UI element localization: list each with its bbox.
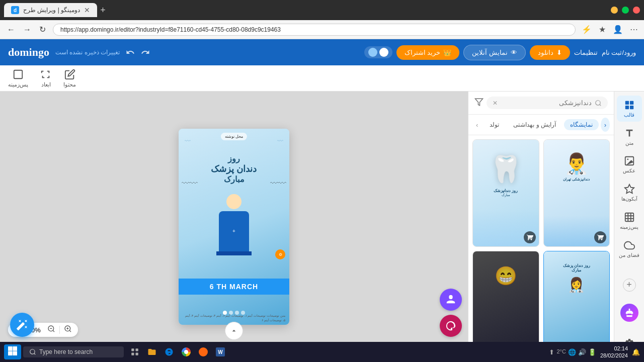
download-button[interactable]: دانلود ⬇ bbox=[530, 45, 570, 60]
refresh-button[interactable]: ↻ bbox=[36, 23, 49, 36]
forward-button[interactable]: → bbox=[20, 23, 34, 36]
dimensions-tool[interactable]: ابعاد bbox=[40, 69, 51, 88]
redo-icon[interactable] bbox=[141, 48, 150, 57]
svg-rect-14 bbox=[131, 348, 134, 351]
settings-icon[interactable]: ⋯ bbox=[628, 23, 640, 36]
filter-icon bbox=[474, 98, 484, 107]
location-badge: محل نوشته bbox=[221, 133, 247, 140]
taskview-button[interactable] bbox=[128, 345, 142, 359]
side-icon-add[interactable]: + bbox=[617, 272, 642, 298]
template-card-1[interactable]: 🦷 روز دندانپزشک مبارک bbox=[472, 139, 539, 247]
preview-button[interactable]: نمایش آنلاین 👁 bbox=[463, 45, 526, 60]
taskbar-search-box[interactable]: Type here to search bbox=[23, 346, 124, 357]
browser-tab[interactable]: d دومینگو | ویرایش طرح ✕ bbox=[4, 3, 97, 17]
content-tool[interactable]: محتوا bbox=[63, 69, 76, 88]
undo-icon[interactable] bbox=[126, 48, 135, 57]
window-controls bbox=[611, 7, 640, 14]
url-text: https://app.domingo.ir/editor?industryId… bbox=[60, 26, 281, 33]
new-tab-button[interactable]: + bbox=[100, 5, 106, 16]
chrome-icon bbox=[182, 347, 191, 356]
favorites-icon[interactable]: ★ bbox=[597, 23, 608, 36]
taskbar-search-icon bbox=[29, 348, 36, 355]
settings-link[interactable]: تنظیمات bbox=[574, 49, 598, 56]
right-panel: ✕ ‹ نمایشگاه آرایش و بهداشتی تولد › 🦷 رو… bbox=[468, 92, 614, 362]
minimize-button[interactable] bbox=[611, 7, 618, 14]
card-title-line1: روز bbox=[179, 154, 289, 163]
tab-icon: d bbox=[11, 6, 19, 14]
search-clear-icon[interactable]: ✕ bbox=[493, 100, 498, 107]
notifications-icon[interactable]: 🔔 bbox=[632, 348, 640, 356]
expand-button[interactable] bbox=[225, 322, 243, 340]
url-bar[interactable]: https://app.domingo.ir/editor?industryId… bbox=[53, 24, 576, 36]
extensions-icon[interactable]: ⚡ bbox=[580, 23, 594, 36]
background-icon bbox=[13, 69, 24, 80]
side-icon-icons[interactable]: آیکون‌ها bbox=[617, 179, 642, 206]
doctor-illustration: + bbox=[209, 194, 259, 264]
background-tool[interactable]: پس‌زمینه bbox=[8, 69, 28, 88]
template-add-badge-2[interactable] bbox=[594, 231, 606, 243]
maximize-button[interactable] bbox=[622, 7, 629, 14]
banner-text: 6 TH MARCH bbox=[183, 283, 285, 291]
ai-brain-icon bbox=[445, 294, 456, 305]
back-button[interactable]: ← bbox=[4, 23, 18, 36]
side-icon-templates[interactable]: قالب bbox=[617, 96, 642, 122]
volume-icon[interactable]: 🔊 bbox=[578, 348, 586, 356]
side-icon-image[interactable]: عکس bbox=[617, 152, 642, 178]
network-icon[interactable]: ⬆ bbox=[549, 348, 554, 356]
close-button[interactable] bbox=[633, 7, 640, 14]
side-icon-myspace[interactable]: فضای من bbox=[617, 236, 642, 262]
zoom-in-button[interactable] bbox=[64, 325, 72, 335]
ai-corner-buttons bbox=[440, 289, 462, 337]
battery-icon[interactable]: 🔋 bbox=[588, 348, 596, 356]
wifi-icon[interactable]: 🌐 bbox=[568, 348, 576, 356]
ai-assistant-button[interactable] bbox=[440, 289, 462, 311]
svg-rect-15 bbox=[136, 348, 138, 351]
filter-button[interactable] bbox=[474, 98, 484, 109]
side-icon-background[interactable]: پس‌زمینه bbox=[617, 208, 642, 234]
zoom-in-icon bbox=[64, 325, 72, 333]
system-clock[interactable]: 02:14 28/02/2024 bbox=[600, 345, 628, 359]
myspace-label: فضای من bbox=[619, 252, 639, 258]
side-icon-text[interactable]: متن bbox=[617, 124, 642, 150]
design-canvas[interactable]: 〰 〰 محل نوشته روز دندان پزشک مبارک bbox=[179, 129, 289, 325]
edge-icon bbox=[165, 347, 174, 356]
main-layout: 〰 〰 محل نوشته روز دندان پزشک مبارک bbox=[0, 92, 644, 362]
edge-button[interactable] bbox=[162, 345, 176, 359]
profile-icon[interactable]: 👤 bbox=[611, 23, 625, 36]
template-search-box[interactable]: ✕ bbox=[487, 97, 608, 109]
chrome-button[interactable] bbox=[179, 345, 193, 359]
zoom-out-button[interactable] bbox=[47, 325, 55, 335]
download-icon: ⬇ bbox=[556, 49, 562, 56]
start-button[interactable] bbox=[4, 344, 21, 359]
login-link[interactable]: ورود/ثبت نام bbox=[602, 49, 636, 56]
cloud-icon bbox=[624, 240, 635, 251]
tab-close-btn[interactable]: ✕ bbox=[84, 6, 90, 14]
firefox-button[interactable] bbox=[196, 345, 210, 359]
unsaved-notice: تغییرات ذخیره نشده است bbox=[55, 49, 120, 56]
subscribe-label: خرید اشتراک bbox=[405, 49, 441, 56]
theme-toggle[interactable] bbox=[364, 46, 392, 58]
canvas-wrapper: 〰 〰 محل نوشته روز دندان پزشک مبارک bbox=[179, 129, 289, 325]
side-icon-ai-bot[interactable] bbox=[617, 300, 642, 326]
template-card-2[interactable]: 👨‍⚕️ دندانپزشکی تهران bbox=[543, 139, 610, 247]
category-next-button[interactable]: › bbox=[472, 118, 481, 132]
canvas-area[interactable]: 〰 〰 محل نوشته روز دندان پزشک مبارک bbox=[0, 92, 468, 362]
template-search-input[interactable] bbox=[501, 99, 592, 107]
toggle-light bbox=[379, 48, 388, 57]
subscribe-button[interactable]: خرید اشتراک 👑 bbox=[396, 45, 460, 60]
category-tab-beauty[interactable]: آرایش و بهداشتی bbox=[507, 119, 562, 130]
side-icons-panel: قالب متن عکس آیکون‌ها پس‌زمینه فضای من + bbox=[614, 92, 644, 362]
preview-label: نمایش آنلاین bbox=[472, 49, 508, 56]
clock-time: 02:14 bbox=[600, 345, 628, 352]
category-prev-button[interactable]: ‹ bbox=[601, 118, 610, 132]
ai-color-button[interactable] bbox=[440, 315, 462, 337]
ai-fab-button[interactable] bbox=[10, 313, 34, 337]
zoom-out-icon bbox=[47, 325, 55, 333]
template-inner-1: 🦷 روز دندانپزشک مبارک bbox=[473, 140, 539, 247]
category-tab-exhibition[interactable]: نمایشگاه bbox=[564, 119, 599, 130]
template-add-badge-1[interactable] bbox=[524, 231, 536, 243]
svg-rect-5 bbox=[625, 101, 628, 105]
explorer-button[interactable] bbox=[145, 345, 159, 359]
category-tab-birthday[interactable]: تولد bbox=[484, 119, 505, 130]
word-button[interactable]: W bbox=[213, 345, 227, 359]
